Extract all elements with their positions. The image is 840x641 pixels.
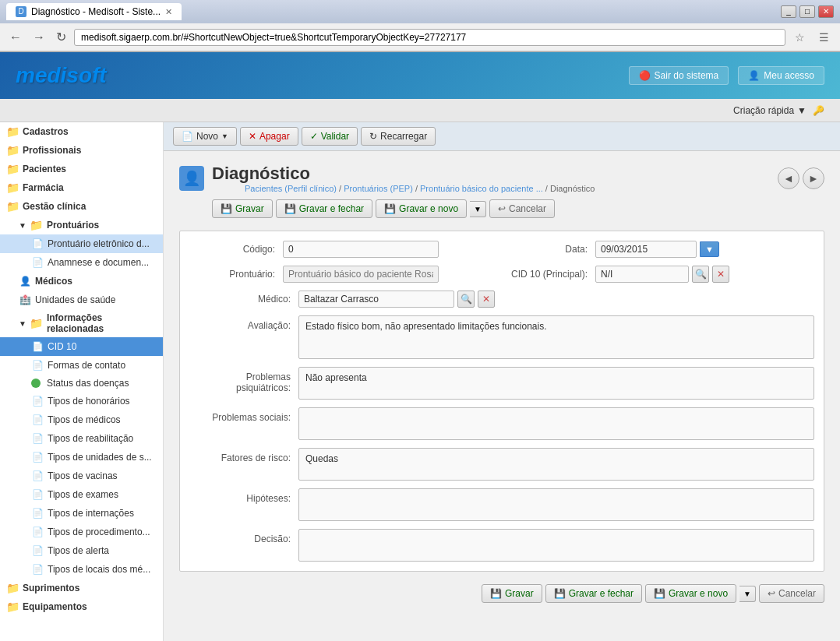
browser-tab[interactable]: D Diagnóstico - Medisoft - Siste... ✕ xyxy=(6,3,182,20)
prev-btn[interactable]: ◄ xyxy=(778,167,799,189)
sair-btn[interactable]: 🔴 Sair do sistema xyxy=(629,66,729,85)
breadcrumb: Pacientes (Perfil clínico) / Prontuários… xyxy=(245,184,595,193)
sidebar-item-medicos[interactable]: 👤 Médicos xyxy=(0,272,163,291)
content-area: 📄 Novo ▼ ✕ Apagar ✓ Validar ↻ Recarregar xyxy=(164,122,840,641)
medico-input[interactable] xyxy=(298,291,454,308)
avaliacao-textarea[interactable]: Estado físico bom, não apresentado limit… xyxy=(298,315,814,359)
problemas-psiq-textarea[interactable]: Não apresenta xyxy=(298,367,814,400)
gravar-novo-dropdown-top[interactable]: ▼ xyxy=(470,201,486,217)
refresh-btn[interactable]: ↻ xyxy=(53,28,69,46)
novo-btn[interactable]: 📄 Novo ▼ xyxy=(173,127,237,146)
prontuario-input[interactable] xyxy=(283,266,439,283)
cancel-icon: ↩ xyxy=(498,203,506,214)
breadcrumb-link-2[interactable]: Prontuários (PEP) xyxy=(344,184,413,193)
sidebar-item-tipos-medicos[interactable]: 📄 Tipos de médicos xyxy=(0,410,163,429)
doc-icon: 📄 xyxy=(31,451,44,463)
date-picker-btn[interactable]: ▼ xyxy=(700,241,719,257)
forward-btn[interactable]: → xyxy=(30,29,48,46)
validar-btn[interactable]: ✓ Validar xyxy=(302,127,358,146)
cancelar-btn-top[interactable]: ↩ Cancelar xyxy=(489,199,555,218)
close-btn[interactable]: ✕ xyxy=(818,5,834,18)
next-btn[interactable]: ► xyxy=(803,167,824,189)
form-row-medico: Médico: 🔍 ✕ xyxy=(189,291,814,308)
sidebar-item-status-doencas[interactable]: Status das doenças xyxy=(0,375,163,392)
sidebar-item-tipos-reabilitacao[interactable]: 📄 Tipos de reabilitação xyxy=(0,429,163,448)
form-row-avaliacao: Avaliação: Estado físico bom, não aprese… xyxy=(189,315,814,359)
sidebar-item-prontuario-eletronico[interactable]: 📄 Prontuário eletrônico d... xyxy=(0,234,163,253)
sidebar-item-pacientes[interactable]: 📁 Pacientes xyxy=(0,160,163,178)
save-new-icon-bottom: 💾 xyxy=(654,588,665,599)
form-col-cid10: CID 10 (Principal): 🔍 ✕ xyxy=(502,266,814,283)
folder-icon: 📁 xyxy=(30,317,43,329)
cid10-search-btn[interactable]: 🔍 xyxy=(692,266,709,283)
decisao-textarea[interactable] xyxy=(298,529,814,562)
sidebar-item-formas-contato[interactable]: 📄 Formas de contato xyxy=(0,356,163,375)
form-row-problemas-sociais: Problemas sociais: xyxy=(189,407,814,440)
sidebar-item-farmacia[interactable]: 📁 Farmácia xyxy=(0,178,163,197)
gravar-fechar-btn-bottom[interactable]: 💾 Gravar e fechar xyxy=(545,584,642,603)
data-input[interactable] xyxy=(595,241,697,258)
gravar-novo-btn-top[interactable]: 💾 Gravar e novo xyxy=(376,199,467,218)
browser-toolbar: ← → ↻ ☆ ☰ xyxy=(0,23,840,51)
apagar-btn[interactable]: ✕ Apagar xyxy=(240,127,298,146)
sidebar-item-tipos-honorarios[interactable]: 📄 Tipos de honorários xyxy=(0,392,163,410)
sidebar-item-suprimentos[interactable]: 📁 Suprimentos xyxy=(0,579,163,597)
sair-icon: 🔴 xyxy=(639,70,651,81)
sidebar-item-cadastros[interactable]: 📁 Cadastros xyxy=(0,122,163,141)
problemas-psiq-field: Não apresenta xyxy=(298,367,814,400)
refresh-icon: ↻ xyxy=(369,131,377,142)
cid10-clear-btn[interactable]: ✕ xyxy=(712,266,729,283)
sidebar-item-equipamentos[interactable]: 📁 Equipamentos xyxy=(0,597,163,616)
cid10-input[interactable] xyxy=(595,266,689,283)
medico-search-btn[interactable]: 🔍 xyxy=(457,291,475,308)
key-btn[interactable]: 🔑 xyxy=(813,105,824,116)
back-btn[interactable]: ← xyxy=(6,29,25,46)
hipoteses-textarea[interactable] xyxy=(298,488,814,521)
bookmark-btn[interactable]: ☆ xyxy=(790,30,810,45)
sidebar-item-tipos-internacoes[interactable]: 📄 Tipos de internações xyxy=(0,504,163,523)
gravar-btn-bottom[interactable]: 💾 Gravar xyxy=(482,584,542,603)
minimize-btn[interactable]: _ xyxy=(781,5,796,18)
cancelar-btn-bottom[interactable]: ↩ Cancelar xyxy=(759,584,824,603)
doc-icon: 📄 xyxy=(31,359,44,372)
sidebar-item-cid10[interactable]: 📄 CID 10 xyxy=(0,337,163,356)
building-icon: 🏥 xyxy=(19,294,31,306)
gravar-btn-top[interactable]: 💾 Gravar xyxy=(212,199,273,218)
sidebar-item-tipos-alerta[interactable]: 📄 Tipos de alerta xyxy=(0,541,163,560)
sidebar-item-anamnese[interactable]: 📄 Anamnese e documen... xyxy=(0,253,163,272)
save-icon-bottom: 💾 xyxy=(490,588,502,599)
gravar-fechar-btn-top[interactable]: 💾 Gravar e fechar xyxy=(276,199,372,218)
sidebar-item-profissionais[interactable]: 📁 Profissionais xyxy=(0,141,163,160)
sidebar-item-tipos-procedimentos[interactable]: 📄 Tipos de procedimento... xyxy=(0,523,163,541)
criacao-rapida-btn[interactable]: Criação rápida ▼ xyxy=(733,105,806,116)
fatores-field: Quedas xyxy=(298,448,814,481)
menu-btn[interactable]: ☰ xyxy=(814,30,834,45)
fatores-textarea[interactable]: Quedas xyxy=(298,448,814,481)
sidebar-item-tipos-locais[interactable]: 📄 Tipos de locais dos mé... xyxy=(0,560,163,579)
sidebar-item-prontuarios[interactable]: ▼ 📁 Prontuários xyxy=(0,216,163,234)
codigo-input[interactable] xyxy=(283,241,439,258)
recarregar-btn[interactable]: ↻ Recarregar xyxy=(361,127,436,146)
form-row-prontuario-cid: Prontuário: CID 10 (Principal): 🔍 ✕ xyxy=(189,266,814,283)
sidebar-item-tipos-exames[interactable]: 📄 Tipos de exames xyxy=(0,485,163,504)
novo-icon: 📄 xyxy=(182,131,193,142)
save-icon: 💾 xyxy=(221,203,232,214)
sidebar-item-unidades[interactable]: 🏥 Unidades de saúde xyxy=(0,291,163,309)
sidebar-item-tipos-unidades[interactable]: 📄 Tipos de unidades de s... xyxy=(0,448,163,467)
folder-icon: 📁 xyxy=(6,144,19,157)
maximize-btn[interactable]: □ xyxy=(799,5,815,18)
gravar-novo-btn-bottom[interactable]: 💾 Gravar e novo xyxy=(645,584,736,603)
tab-title: Diagnóstico - Medisoft - Siste... xyxy=(31,6,161,17)
sidebar-item-tipos-vacinas[interactable]: 📄 Tipos de vacinas xyxy=(0,467,163,485)
medico-clear-btn[interactable]: ✕ xyxy=(478,291,495,308)
address-bar[interactable] xyxy=(74,29,785,46)
sidebar-item-gestao[interactable]: 📁 Gestão clínica xyxy=(0,197,163,216)
meu-acesso-btn[interactable]: 👤 Meu acesso xyxy=(738,66,824,85)
tab-close-btn[interactable]: ✕ xyxy=(165,7,172,17)
status-icon xyxy=(31,379,41,388)
sidebar-item-informacoes[interactable]: ▼ 📁 Informações relacionadas xyxy=(0,309,163,337)
gravar-novo-dropdown-bottom[interactable]: ▼ xyxy=(739,586,756,602)
breadcrumb-link-3[interactable]: Prontuário básico do paciente ... xyxy=(420,184,543,193)
breadcrumb-link-1[interactable]: Pacientes (Perfil clínico) xyxy=(245,184,337,193)
problemas-sociais-textarea[interactable] xyxy=(298,407,814,440)
